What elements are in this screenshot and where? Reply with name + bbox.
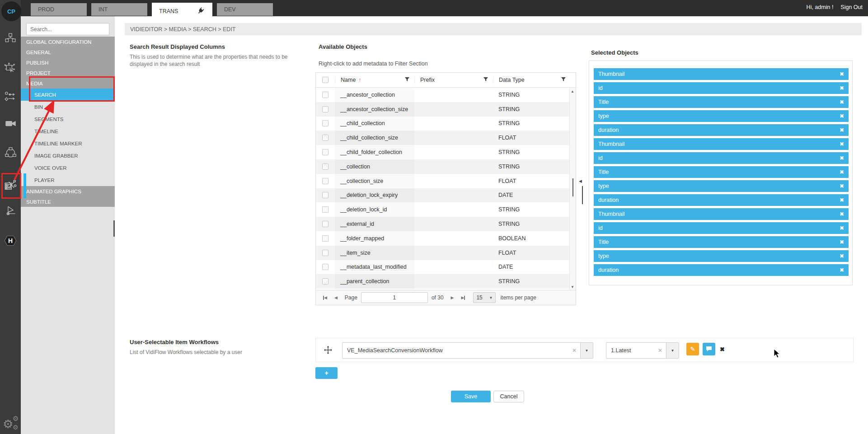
selected-object-chip[interactable]: type ✖: [594, 250, 849, 262]
table-row[interactable]: __collection_size FLOAT: [316, 174, 576, 188]
selected-object-chip[interactable]: duration ✖: [594, 124, 849, 136]
selected-object-chip[interactable]: Thumbnail ✖: [594, 208, 849, 220]
clear-icon[interactable]: ✕: [658, 347, 662, 354]
next-page-button[interactable]: ▶: [451, 295, 454, 300]
table-row[interactable]: __collection STRING: [316, 159, 576, 174]
nav-item[interactable]: PLAYER: [21, 174, 115, 186]
selected-object-chip[interactable]: type ✖: [594, 180, 849, 192]
comment-workflow-button[interactable]: [703, 343, 715, 355]
delete-workflow-icon[interactable]: ✖: [720, 346, 725, 353]
nav-item[interactable]: ANIMATED GRAPHICS: [21, 186, 115, 196]
workflow-icon[interactable]: [4, 89, 17, 103]
selected-object-chip[interactable]: id ✖: [594, 222, 849, 234]
remove-icon[interactable]: ✖: [840, 71, 844, 77]
h-logo-icon[interactable]: H: [4, 234, 17, 247]
remove-icon[interactable]: ✖: [840, 253, 844, 259]
remove-icon[interactable]: ✖: [840, 239, 844, 245]
table-row[interactable]: __deletion_lock_id STRING: [316, 202, 576, 217]
remove-icon[interactable]: ✖: [840, 197, 844, 203]
row-checkbox[interactable]: [322, 235, 328, 242]
row-checkbox[interactable]: [322, 250, 328, 256]
dropdown-button[interactable]: ▼: [666, 343, 679, 358]
row-checkbox[interactable]: [322, 92, 328, 98]
nav-item[interactable]: TIMELINE: [21, 125, 115, 137]
row-checkbox[interactable]: [322, 221, 328, 227]
selected-object-chip[interactable]: Title ✖: [594, 236, 849, 248]
column-header-name[interactable]: Name ↑: [335, 77, 414, 84]
column-header-data-type[interactable]: Data Type: [493, 77, 571, 84]
table-row[interactable]: __child_collection STRING: [316, 117, 576, 131]
table-row[interactable]: __external_id STRING: [316, 217, 576, 231]
row-checkbox[interactable]: [322, 120, 328, 126]
workflow-combobox[interactable]: VE_MediaSearchConversionWorkflow ✕ ▼: [342, 342, 593, 359]
row-checkbox[interactable]: [322, 149, 328, 155]
table-row[interactable]: __ancestor_collection_size STRING: [316, 102, 576, 117]
scrollbar-thumb[interactable]: [572, 178, 573, 196]
nav-item[interactable]: GLOBAL CONFIGURATION: [21, 37, 115, 47]
collaboration-icon[interactable]: [4, 145, 17, 159]
workflow-version-combobox[interactable]: 1.Latest ✕ ▼: [606, 342, 679, 359]
selected-object-chip[interactable]: type ✖: [594, 110, 849, 122]
nav-item[interactable]: GENERAL: [21, 47, 115, 57]
table-row[interactable]: __folder_mapped BOOLEAN: [316, 231, 576, 246]
table-row[interactable]: __child_collection_size FLOAT: [316, 131, 576, 145]
table-row[interactable]: __child_folder_collection STRING: [316, 145, 576, 159]
remove-icon[interactable]: ✖: [840, 127, 844, 133]
environment-tab[interactable]: TRANS: [152, 3, 212, 20]
filter-icon[interactable]: [561, 77, 566, 84]
environment-tab[interactable]: PROD: [31, 3, 87, 16]
add-workflow-button[interactable]: +: [315, 367, 338, 379]
cp-logo[interactable]: CP: [1, 1, 21, 21]
remove-icon[interactable]: ✖: [840, 141, 844, 147]
collapse-panel-icon[interactable]: ◀: [579, 179, 582, 183]
nav-scrollbar-thumb[interactable]: [113, 220, 115, 237]
row-checkbox[interactable]: [322, 163, 328, 170]
nav-search-input[interactable]: [26, 23, 109, 35]
selected-object-chip[interactable]: Title ✖: [594, 166, 849, 178]
page-number-input[interactable]: [361, 292, 428, 303]
settings-gears-icon[interactable]: ⚙ ⚙ ⚙: [2, 415, 20, 433]
row-checkbox[interactable]: [322, 192, 328, 198]
scroll-up-icon[interactable]: ▲: [571, 89, 574, 93]
row-checkbox[interactable]: [322, 278, 328, 285]
row-checkbox[interactable]: [322, 106, 328, 112]
column-header-prefix[interactable]: Prefix: [414, 77, 493, 84]
edit-workflow-button[interactable]: ✎: [686, 343, 699, 355]
table-row[interactable]: __deletion_lock_expiry DATE: [316, 188, 576, 203]
panel-splitter[interactable]: [582, 186, 583, 204]
scroll-down-icon[interactable]: ▼: [571, 285, 574, 289]
selected-object-chip[interactable]: id ✖: [594, 82, 849, 94]
camera-icon[interactable]: [4, 117, 17, 130]
remove-icon[interactable]: ✖: [840, 155, 844, 161]
table-row[interactable]: __ancestor_collection STRING: [316, 88, 576, 102]
selected-object-chip[interactable]: duration ✖: [594, 264, 849, 276]
nav-item[interactable]: SUBTITLE: [21, 196, 115, 207]
last-page-button[interactable]: ▶: [461, 295, 465, 300]
row-checkbox[interactable]: [322, 206, 328, 213]
nav-item[interactable]: SEARCH: [21, 89, 115, 101]
environment-tab[interactable]: INT: [91, 3, 147, 16]
row-checkbox[interactable]: [322, 135, 328, 141]
selected-object-chip[interactable]: Title ✖: [594, 96, 849, 108]
remove-icon[interactable]: ✖: [840, 169, 844, 175]
nav-item[interactable]: IMAGE GRABBER: [21, 149, 115, 162]
table-row[interactable]: __item_size FLOAT: [316, 246, 576, 260]
environment-tab[interactable]: DEV: [217, 3, 273, 16]
dropdown-button[interactable]: ▼: [580, 343, 593, 358]
filter-icon[interactable]: [404, 77, 410, 84]
table-row[interactable]: __parent_collection STRING: [316, 274, 576, 289]
grid-scrollbar[interactable]: ▲ ▼: [569, 88, 576, 290]
remove-icon[interactable]: ✖: [840, 113, 844, 119]
remove-icon[interactable]: ✖: [840, 183, 844, 189]
selected-object-chip[interactable]: Thumbnail ✖: [594, 138, 849, 150]
page-size-select[interactable]: 15▼: [473, 292, 496, 303]
first-page-button[interactable]: ◀: [323, 295, 327, 300]
drag-handle-icon[interactable]: [324, 346, 332, 356]
selected-object-chip[interactable]: duration ✖: [594, 194, 849, 206]
clear-icon[interactable]: ✕: [572, 347, 577, 354]
modules-icon[interactable]: [4, 32, 17, 45]
nav-item[interactable]: BIN: [21, 101, 115, 113]
vector-icon[interactable]: [4, 204, 17, 218]
nav-item[interactable]: PROJECT: [21, 68, 115, 78]
cancel-button[interactable]: Cancel: [493, 391, 524, 402]
